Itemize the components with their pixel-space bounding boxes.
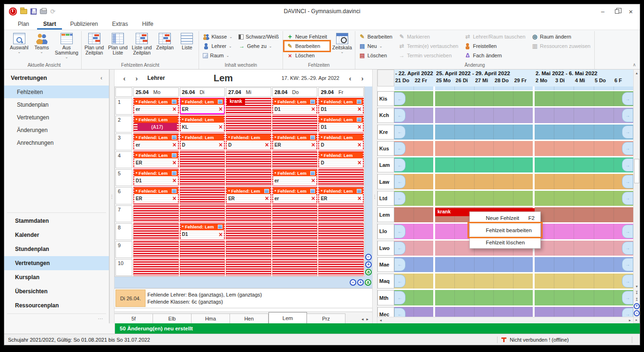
plan-und-zeitplan-button[interactable]: Plan undZeitplan bbox=[83, 31, 106, 62]
cancel-x-icon[interactable]: × bbox=[311, 178, 315, 183]
cancel-x-icon[interactable]: × bbox=[358, 124, 361, 130]
context-menu-item-fehlzeit-bearbeiten[interactable]: Fehlzeit bearbeiten bbox=[470, 224, 540, 236]
plan-und-liste-button[interactable]: Plan undListe bbox=[106, 31, 129, 62]
absence-entry[interactable]: * Fehlend: Lem(A17) bbox=[134, 116, 178, 131]
range-end-cap-icon[interactable]: → bbox=[622, 175, 633, 188]
grid-slot[interactable] bbox=[272, 205, 318, 222]
grid-slot[interactable] bbox=[226, 116, 271, 133]
teacher-name[interactable]: Kus bbox=[377, 141, 394, 156]
grid-slot[interactable] bbox=[180, 241, 225, 258]
cancel-x-icon[interactable]: × bbox=[311, 106, 315, 112]
range-end-cap-icon[interactable]: → bbox=[622, 242, 633, 255]
grid-slot[interactable] bbox=[318, 169, 364, 186]
grid-slot[interactable]: * Fehlend: Lem(A17) bbox=[133, 116, 179, 133]
range-start-cap-icon[interactable]: ← bbox=[394, 125, 406, 139]
teacher-name[interactable]: Mth bbox=[377, 290, 394, 305]
sidebar-item-stundenplan[interactable]: Stundenplan bbox=[4, 98, 109, 111]
grid-slot[interactable] bbox=[226, 169, 271, 186]
absence-entry[interactable]: * Fehlend: LemER× bbox=[134, 188, 178, 203]
absence-entry[interactable]: * Fehlend: LemD× bbox=[319, 134, 363, 149]
horizontal-scrollbar[interactable]: ◄ ► bbox=[377, 317, 633, 323]
vertical-scrollbar[interactable]: ▲ ▼ ↧ ↥ + − bbox=[633, 70, 640, 317]
grid-slot[interactable] bbox=[133, 259, 179, 276]
range-start-cap-icon[interactable]: ← bbox=[394, 258, 406, 271]
ribbon-tab-plan[interactable]: Plan bbox=[12, 19, 35, 30]
teacher-tab-prz[interactable]: Prz bbox=[307, 313, 345, 323]
bearbeiten-button[interactable]: ✎Bearbeiten bbox=[285, 42, 329, 50]
scroll-right-icon[interactable]: ► bbox=[627, 317, 633, 324]
grid-slot[interactable]: * Fehlend: LemER× bbox=[318, 187, 364, 204]
grid-slot[interactable]: * Fehlend: LemKL× bbox=[180, 116, 225, 133]
scrollbar-corner[interactable]: ▸ bbox=[633, 317, 640, 323]
aus-sammlung-button[interactable]: AusSammlung⌄ bbox=[53, 31, 80, 62]
teacher-tab-5f[interactable]: 5f bbox=[115, 313, 153, 323]
range-start-cap-icon[interactable]: ← bbox=[394, 109, 406, 122]
cancel-x-icon[interactable]: × bbox=[172, 106, 176, 112]
scroll-left-icon[interactable]: ◄ bbox=[377, 317, 384, 324]
grid-slot[interactable]: * Fehlend: LemER× bbox=[272, 133, 318, 150]
absence-entry[interactable]: * Fehlend: LemER× bbox=[319, 188, 363, 203]
next-week-button[interactable]: › bbox=[358, 74, 367, 82]
teacher-timeline[interactable]: ←→ bbox=[394, 125, 633, 140]
teacher-name[interactable]: Kch bbox=[377, 108, 394, 123]
cancel-x-icon[interactable]: × bbox=[265, 196, 269, 201]
zeitskala-button[interactable]: Zeitskala⌄ bbox=[330, 31, 354, 62]
teacher-name[interactable]: Kre bbox=[377, 125, 394, 140]
grid-slot[interactable] bbox=[180, 259, 225, 276]
cancel-x-icon[interactable]: × bbox=[265, 142, 269, 148]
absence-entry[interactable]: * Fehlend: Lemer× bbox=[273, 170, 317, 185]
grid-slot[interactable] bbox=[318, 205, 364, 222]
gehe-zu-button[interactable]: →Gehe zu⌄ bbox=[237, 42, 281, 50]
teacher-name[interactable]: Llo bbox=[377, 224, 394, 239]
absence-entry[interactable]: * Fehlend: LemD1× bbox=[273, 98, 317, 113]
neue-fehlzeit-button[interactable]: +Neue Fehlzeit bbox=[285, 32, 329, 41]
absence-entry[interactable]: * Fehlend: LemER× bbox=[227, 188, 270, 203]
cancel-x-icon[interactable]: × bbox=[172, 178, 176, 183]
auto-fit-horizontal-button[interactable]: a bbox=[365, 279, 371, 286]
sidebar-module-kalender[interactable]: Kalender bbox=[4, 228, 109, 242]
davinci-logo-icon[interactable] bbox=[9, 8, 17, 16]
tabs-scroll-right-icon[interactable]: ▸ bbox=[366, 317, 368, 321]
krank-chip[interactable]: krank bbox=[227, 98, 245, 105]
absence-entry[interactable]: * Fehlend: LemKL× bbox=[181, 116, 224, 131]
bearbeiten-button[interactable]: ✎Bearbeiten bbox=[357, 32, 394, 41]
grid-slot[interactable]: * Fehlend: Lemer× bbox=[272, 187, 318, 204]
teacher-tab-lem[interactable]: Lem bbox=[268, 312, 307, 323]
grid-slot[interactable] bbox=[133, 223, 179, 240]
raum-andern-button[interactable]: ◎Raum ändern bbox=[529, 32, 592, 41]
grid-slot[interactable]: * Fehlend: Lemer× bbox=[133, 98, 179, 115]
range-start-cap-icon[interactable]: ← bbox=[394, 242, 406, 255]
range-end-cap-icon[interactable]: → bbox=[622, 274, 633, 288]
range-end-cap-icon[interactable]: → bbox=[622, 125, 633, 139]
absence-entry[interactable]: * Fehlend: LemER× bbox=[273, 134, 317, 149]
day-chip[interactable]: Di 26.04. bbox=[115, 289, 146, 307]
teacher-name[interactable]: Maq bbox=[377, 274, 394, 289]
teacher-timeline[interactable]: ←→ bbox=[394, 91, 633, 106]
grid-slot[interactable] bbox=[272, 241, 318, 258]
grid-slot[interactable] bbox=[133, 205, 179, 222]
sidebar-module-ressourcenplan[interactable]: Ressourcenplan bbox=[4, 298, 109, 313]
ribbon-tab-publizieren[interactable]: Publizieren bbox=[64, 19, 104, 30]
grid-slot[interactable] bbox=[226, 205, 271, 222]
ribbon-tab-hilfe[interactable]: Hilfe bbox=[136, 19, 160, 30]
grid-slot[interactable] bbox=[318, 241, 364, 258]
teacher-tab-hma[interactable]: Hma bbox=[192, 313, 230, 323]
teacher-name[interactable]: Lwo bbox=[377, 241, 394, 256]
range-start-cap-icon[interactable]: ← bbox=[394, 175, 406, 188]
scrollbar-thumb[interactable] bbox=[634, 159, 639, 183]
teacher-timeline[interactable]: ←→ bbox=[394, 174, 633, 189]
grid-slot[interactable]: * Fehlend: LemER× bbox=[226, 187, 271, 204]
liste-und-zeitplan-button[interactable]: Liste undZeitplan bbox=[130, 31, 154, 62]
grid-slot[interactable] bbox=[180, 205, 225, 222]
neu-button[interactable]: ▤Neu⌄ bbox=[357, 42, 394, 50]
teacher-tab-hen[interactable]: Hen bbox=[230, 313, 268, 323]
grid-slot[interactable]: * Fehlend: LemD1× bbox=[318, 98, 364, 115]
cancel-x-icon[interactable]: × bbox=[311, 196, 315, 201]
loschen-button[interactable]: ×Löschen bbox=[285, 51, 329, 60]
grid-slot[interactable] bbox=[226, 151, 271, 168]
absence-entry[interactable]: * Fehlend: LemD1× bbox=[181, 224, 224, 239]
sidebar-module-ubersichten[interactable]: Übersichten bbox=[4, 284, 109, 298]
range-end-cap-icon[interactable]: → bbox=[622, 258, 633, 271]
zoom-out-horizontal-button[interactable]: − bbox=[350, 279, 356, 286]
teacher-timeline[interactable]: ←→ bbox=[394, 274, 633, 289]
